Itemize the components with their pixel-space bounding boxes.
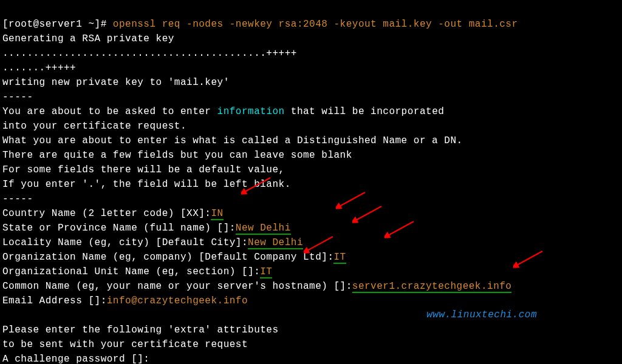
field-locality: Locality Name (eg, city) [Default City]: xyxy=(2,237,248,248)
input-email[interactable]: info@crazytechgeek.info xyxy=(107,295,248,306)
input-org-unit[interactable]: IT xyxy=(260,266,272,278)
input-state[interactable]: New Delhi xyxy=(236,223,291,235)
field-state: State or Province Name (full name) []: xyxy=(2,223,236,234)
watermark-text: www.linuxtechi.com xyxy=(426,309,537,320)
output-line: .......+++++ xyxy=(2,62,76,73)
command-text: openssl req -nodes -newkey rsa:2048 -key… xyxy=(113,19,518,30)
highlighted-word: information xyxy=(217,106,285,117)
field-org-unit: Organizational Unit Name (eg, section) [… xyxy=(2,266,260,277)
field-organization: Organization Name (eg, company) [Default… xyxy=(2,252,333,263)
field-challenge-password: A challenge password []: xyxy=(2,354,149,364)
shell-prompt: [root@server1 ~]# xyxy=(2,19,113,30)
output-line: You are about to be asked to enter xyxy=(2,106,217,117)
input-country[interactable]: IN xyxy=(211,208,223,220)
output-line: If you enter '.', the field will be left… xyxy=(2,179,291,190)
output-line: Generating a RSA private key xyxy=(2,33,174,44)
output-line: writing new private key to 'mail.key' xyxy=(2,77,230,88)
output-line: ----- xyxy=(2,194,33,204)
output-line: For some fields there will be a default … xyxy=(2,164,285,175)
output-line: Please enter the following 'extra' attri… xyxy=(2,325,279,335)
field-email: Email Address []: xyxy=(2,295,107,306)
output-line: What you are about to enter is what is c… xyxy=(2,135,463,146)
input-common-name[interactable]: server1.crazytechgeek.info xyxy=(352,281,512,293)
output-line: ----- xyxy=(2,92,33,103)
output-line: into your certificate request. xyxy=(2,121,186,132)
input-locality[interactable]: New Delhi xyxy=(248,237,303,249)
field-common-name: Common Name (eg, your name or your serve… xyxy=(2,281,352,292)
input-organization[interactable]: IT xyxy=(333,252,346,264)
output-line: that will be incorporated xyxy=(285,106,445,117)
output-line: ........................................… xyxy=(2,48,297,59)
output-line: There are quite a few fields but you can… xyxy=(2,150,352,161)
output-line: to be sent with your certificate request xyxy=(2,339,248,350)
field-country: Country Name (2 letter code) [XX]: xyxy=(2,208,211,219)
